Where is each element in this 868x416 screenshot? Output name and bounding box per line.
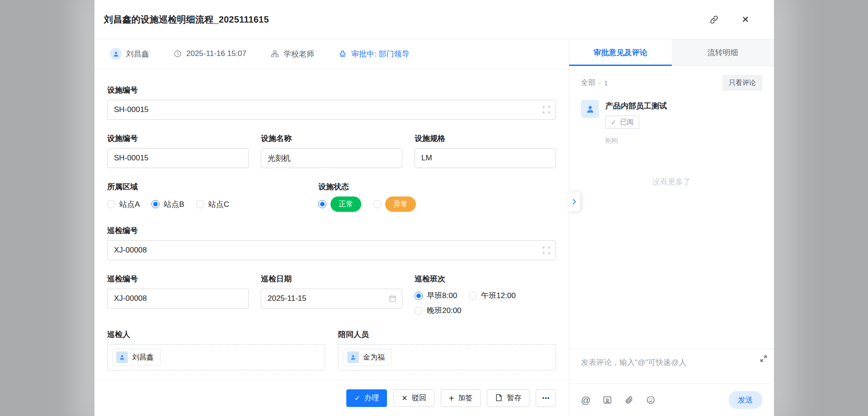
radio-shift-noon[interactable]: 午班12:00 [469,290,516,301]
collapse-panel-handle[interactable] [569,191,580,212]
comment-avatar-icon [581,100,599,118]
initiator-avatar-icon [110,48,122,60]
create-time-text: 2025-11-16 15:07 [186,49,246,58]
calendar-icon[interactable] [389,295,396,303]
save-draft-button[interactable]: 暂存 [487,389,529,407]
person-chip[interactable]: 刘昌鑫 [113,349,160,366]
send-button[interactable]: 发送 [729,391,762,409]
composer-toolbar: @ 发送 [569,384,774,416]
radio-shift-morning[interactable]: 早班8:00 [415,290,457,301]
stamp-icon [339,50,347,58]
field-inspection-no: 巡检编号 XJ-00008 [107,274,249,316]
tab-flow-detail[interactable]: 流转明细 [672,39,774,65]
initiator-name: 刘昌鑫 [126,49,149,59]
ellipsis-icon: ••• [542,395,550,402]
radio-circle-checked[interactable] [151,200,160,208]
fullscreen-icon[interactable] [542,106,550,114]
comment-author: 产品内部员工测试 [605,100,667,111]
comment-placeholder: 发表评论，输入"@"可快速@人 [581,358,687,367]
chevron-right-icon [571,199,577,205]
comment-input[interactable]: 发表评论，输入"@"可快速@人 [569,349,774,383]
mention-icon[interactable]: @ [581,395,590,405]
region-status-row: 所属区域 站点A 站点B [107,182,556,212]
role-text: 学校老师 [283,49,314,59]
inspector-picker[interactable]: 刘昌鑫 [107,344,325,370]
radio-circle[interactable] [415,307,423,315]
facility-name-input[interactable]: 光刻机 [261,148,402,168]
field-status: 设施状态 正常 异常 [318,182,556,212]
comments-count: 全部 · 1 [581,78,608,88]
radio-circle[interactable] [107,200,115,208]
check-icon: ✓ [354,395,360,402]
person-avatar-icon [116,351,128,363]
radio-region-c[interactable]: 站点C [196,199,229,210]
radio-circle[interactable] [196,200,204,208]
radio-circle-checked[interactable] [318,200,326,208]
plus-icon: + [449,394,454,403]
reject-button[interactable]: ✕ 驳回 [393,389,434,407]
radio-circle[interactable] [469,292,477,300]
facility-detail-row: 设施编号 SH-00015 设施名称 光刻机 设施规格 LM [107,133,556,168]
expand-composer-icon[interactable] [760,355,767,364]
x-icon: ✕ [401,395,407,402]
field-shift: 巡检班次 早班8:00 午班12:00 [415,274,556,316]
document-icon [495,394,503,403]
add-sign-button[interactable]: + 加签 [441,389,481,407]
titlebar: 刘昌鑫的设施巡检明细流程_2025111615 ✕ [94,0,774,39]
image-icon[interactable] [603,395,612,405]
facility-spec-input[interactable]: LM [415,148,556,168]
radio-region-a[interactable]: 站点A [107,199,140,210]
field-facility-spec: 设施规格 LM [415,133,556,168]
copy-link-icon[interactable] [707,13,721,26]
fullscreen-icon[interactable] [542,247,550,254]
field-inspection-no-full: 巡检编号 XJ-00008 [107,225,556,260]
comments-pane: 审批意见及评论 流转明细 全部 · 1 只看评论 产品内部员工测试 [569,39,774,416]
radio-circle[interactable] [373,200,381,208]
form-pane: 刘昌鑫 2025-11-16 15:07 学校老师 审批中: 部门领导 [94,39,569,416]
approve-button[interactable]: ✓ 办理 [346,389,387,407]
emoji-icon[interactable] [646,395,656,405]
comments-list: 产品内部员工测试 ✓ 已阅 刚刚 没有更多了 [569,93,774,349]
close-icon[interactable]: ✕ [739,13,752,26]
comment-composer: 发表评论，输入"@"可快速@人 @ [569,349,774,416]
no-more-text: 没有更多了 [581,177,762,187]
inspection-no-input[interactable]: XJ-00008 [107,289,249,308]
field-facility-name: 设施名称 光刻机 [261,133,402,168]
facility-no-input[interactable]: SH-00015 [107,148,249,168]
field-label: 设施编号 [107,85,556,95]
form-fields: 设施编号 SH-00015 设施编号 SH-00015 [94,69,569,380]
radio-region-b[interactable]: 站点B [151,199,184,210]
read-status-badge: ✓ 已阅 [605,116,639,129]
inspection-no-full-input[interactable]: XJ-00008 [107,240,556,260]
field-inspection-date: 巡检日期 2025-11-15 [261,274,402,316]
facility-no-full-input[interactable]: SH-00015 [107,100,556,120]
inspection-date-input[interactable]: 2025-11-15 [261,289,402,308]
process-meta: 刘昌鑫 2025-11-16 15:07 学校老师 审批中: 部门领导 [94,39,569,69]
status-abnormal-pill: 异常 [385,196,416,212]
field-companion: 陪同人员 金为福 [338,329,556,370]
radio-circle-checked[interactable] [415,292,423,300]
comment-item: 产品内部员工测试 ✓ 已阅 刚刚 [581,100,762,145]
radio-status-abnormal[interactable]: 异常 [373,196,416,212]
only-comments-button[interactable]: 只看评论 [722,75,762,91]
field-facility-no-full: 设施编号 SH-00015 [107,85,556,120]
org-icon [271,50,279,58]
action-bar: ✓ 办理 ✕ 驳回 + 加签 暂存 ••• [94,380,569,416]
panel-tabs: 审批意见及评论 流转明细 [569,39,774,66]
inspection-detail-row: 巡检编号 XJ-00008 巡检日期 2025-11-15 巡检班 [107,274,556,316]
radio-status-normal[interactable]: 正常 [318,196,361,212]
create-time: 2025-11-16 15:07 [174,49,246,58]
page-title: 刘昌鑫的设施巡检明细流程_2025111615 [104,14,269,26]
person-chip[interactable]: 金为福 [344,349,392,366]
approval-status: 审批中: 部门领导 [339,49,409,59]
initiator-role: 学校老师 [271,49,314,59]
initiator: 刘昌鑫 [110,48,149,60]
radio-shift-night[interactable]: 晚班20:00 [415,305,462,316]
companion-picker[interactable]: 金为福 [338,344,556,370]
person-avatar-icon [347,351,359,363]
tab-comments[interactable]: 审批意见及评论 [569,39,672,65]
approval-status-text: 审批中: 部门领导 [351,49,409,59]
field-inspector: 巡检人 刘昌鑫 [107,329,325,370]
attachment-icon[interactable] [624,395,634,405]
more-actions-button[interactable]: ••• [536,389,556,407]
